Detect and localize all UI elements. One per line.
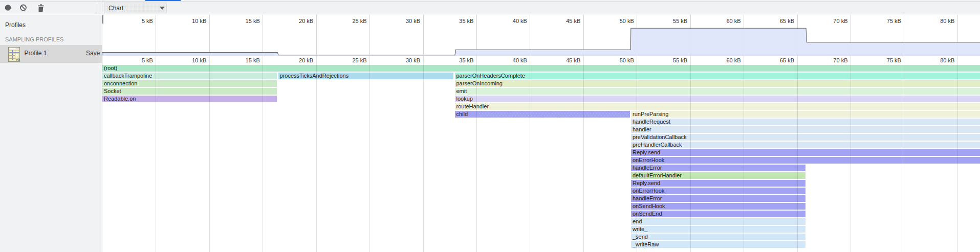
svg-text:%: % — [16, 57, 20, 62]
